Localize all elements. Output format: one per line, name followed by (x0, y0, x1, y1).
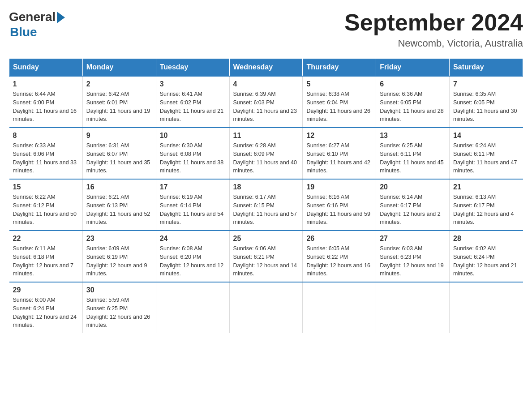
table-row: 12Sunrise: 6:27 AMSunset: 6:10 PMDayligh… (303, 128, 376, 179)
day-number: 5 (306, 80, 372, 88)
logo-arrow-icon (57, 12, 65, 25)
calendar-week-row: 8Sunrise: 6:33 AMSunset: 6:06 PMDaylight… (9, 128, 523, 179)
day-number: 7 (453, 80, 519, 88)
table-row: 4Sunrise: 6:39 AMSunset: 6:03 PMDaylight… (229, 76, 303, 128)
day-info: Sunrise: 6:30 AMSunset: 6:08 PMDaylight:… (160, 141, 226, 175)
header-sunday: Sunday (9, 59, 83, 77)
day-info: Sunrise: 6:28 AMSunset: 6:09 PMDaylight:… (233, 141, 299, 175)
table-row: 19Sunrise: 6:16 AMSunset: 6:16 PMDayligh… (303, 179, 376, 231)
table-row: 15Sunrise: 6:22 AMSunset: 6:12 PMDayligh… (9, 179, 83, 231)
day-number: 17 (160, 183, 226, 191)
day-number: 10 (160, 132, 226, 140)
table-row (376, 282, 450, 333)
day-number: 9 (86, 132, 152, 140)
day-info: Sunrise: 6:13 AMSunset: 6:17 PMDaylight:… (453, 193, 519, 227)
day-number: 24 (160, 235, 226, 243)
day-info: Sunrise: 6:17 AMSunset: 6:15 PMDaylight:… (233, 193, 299, 227)
logo-general-text: General (9, 10, 56, 24)
day-number: 20 (380, 183, 446, 191)
calendar-week-row: 29Sunrise: 6:00 AMSunset: 6:24 PMDayligh… (9, 282, 523, 333)
table-row: 3Sunrise: 6:41 AMSunset: 6:02 PMDaylight… (156, 76, 229, 128)
table-row: 10Sunrise: 6:30 AMSunset: 6:08 PMDayligh… (156, 128, 229, 179)
day-number: 21 (453, 183, 519, 191)
day-number: 1 (13, 80, 79, 88)
day-info: Sunrise: 6:39 AMSunset: 6:03 PMDaylight:… (233, 90, 299, 124)
calendar-week-row: 1Sunrise: 6:44 AMSunset: 6:00 PMDaylight… (9, 76, 523, 128)
table-row: 9Sunrise: 6:31 AMSunset: 6:07 PMDaylight… (82, 128, 156, 179)
table-row: 20Sunrise: 6:14 AMSunset: 6:17 PMDayligh… (376, 179, 450, 231)
day-number: 6 (380, 80, 446, 88)
day-number: 4 (233, 80, 299, 88)
day-number: 25 (233, 235, 299, 243)
day-number: 13 (380, 132, 446, 140)
table-row: 25Sunrise: 6:06 AMSunset: 6:21 PMDayligh… (229, 231, 303, 282)
table-row: 8Sunrise: 6:33 AMSunset: 6:06 PMDaylight… (9, 128, 83, 179)
table-row (450, 282, 523, 333)
day-info: Sunrise: 5:59 AMSunset: 6:25 PMDaylight:… (86, 296, 152, 330)
day-info: Sunrise: 6:33 AMSunset: 6:06 PMDaylight:… (13, 141, 79, 175)
logo: General Blue (9, 9, 65, 39)
day-info: Sunrise: 6:14 AMSunset: 6:17 PMDaylight:… (380, 193, 446, 227)
header-wednesday: Wednesday (229, 59, 303, 77)
day-info: Sunrise: 6:05 AMSunset: 6:22 PMDaylight:… (306, 244, 372, 278)
day-info: Sunrise: 6:25 AMSunset: 6:11 PMDaylight:… (380, 141, 446, 175)
table-row: 13Sunrise: 6:25 AMSunset: 6:11 PMDayligh… (376, 128, 450, 179)
table-row (156, 282, 229, 333)
day-info: Sunrise: 6:09 AMSunset: 6:19 PMDaylight:… (86, 244, 152, 278)
day-info: Sunrise: 6:36 AMSunset: 6:05 PMDaylight:… (380, 90, 446, 124)
month-title: September 2024 (344, 9, 523, 36)
day-info: Sunrise: 6:22 AMSunset: 6:12 PMDaylight:… (13, 193, 79, 227)
day-number: 22 (13, 235, 79, 243)
day-number: 3 (160, 80, 226, 88)
day-info: Sunrise: 6:44 AMSunset: 6:00 PMDaylight:… (13, 90, 79, 124)
header-friday: Friday (376, 59, 450, 77)
day-number: 11 (233, 132, 299, 140)
table-row: 17Sunrise: 6:19 AMSunset: 6:14 PMDayligh… (156, 179, 229, 231)
day-info: Sunrise: 6:03 AMSunset: 6:23 PMDaylight:… (380, 244, 446, 278)
table-row: 21Sunrise: 6:13 AMSunset: 6:17 PMDayligh… (450, 179, 523, 231)
day-number: 18 (233, 183, 299, 191)
table-row (303, 282, 376, 333)
day-number: 8 (13, 132, 79, 140)
header-saturday: Saturday (450, 59, 523, 77)
table-row: 5Sunrise: 6:38 AMSunset: 6:04 PMDaylight… (303, 76, 376, 128)
day-number: 28 (453, 235, 519, 243)
day-number: 23 (86, 235, 152, 243)
calendar-week-row: 22Sunrise: 6:11 AMSunset: 6:18 PMDayligh… (9, 231, 523, 282)
day-number: 14 (453, 132, 519, 140)
day-info: Sunrise: 6:02 AMSunset: 6:24 PMDaylight:… (453, 244, 519, 278)
day-info: Sunrise: 6:16 AMSunset: 6:16 PMDaylight:… (306, 193, 372, 227)
location-text: Newcomb, Victoria, Australia (344, 38, 523, 49)
day-number: 12 (306, 132, 372, 140)
page-header: General Blue September 2024 Newcomb, Vic… (9, 9, 523, 49)
table-row: 24Sunrise: 6:08 AMSunset: 6:20 PMDayligh… (156, 231, 229, 282)
table-row: 1Sunrise: 6:44 AMSunset: 6:00 PMDaylight… (9, 76, 83, 128)
table-row: 27Sunrise: 6:03 AMSunset: 6:23 PMDayligh… (376, 231, 450, 282)
day-number: 16 (86, 183, 152, 191)
table-row: 30Sunrise: 5:59 AMSunset: 6:25 PMDayligh… (82, 282, 156, 333)
table-row: 23Sunrise: 6:09 AMSunset: 6:19 PMDayligh… (82, 231, 156, 282)
calendar-header-row: Sunday Monday Tuesday Wednesday Thursday… (9, 59, 523, 77)
calendar-table: Sunday Monday Tuesday Wednesday Thursday… (9, 58, 523, 333)
day-info: Sunrise: 6:00 AMSunset: 6:24 PMDaylight:… (13, 296, 79, 330)
table-row: 18Sunrise: 6:17 AMSunset: 6:15 PMDayligh… (229, 179, 303, 231)
day-number: 30 (86, 286, 152, 294)
day-info: Sunrise: 6:31 AMSunset: 6:07 PMDaylight:… (86, 141, 152, 175)
table-row: 29Sunrise: 6:00 AMSunset: 6:24 PMDayligh… (9, 282, 83, 333)
table-row (229, 282, 303, 333)
logo-blue-text: Blue (10, 25, 37, 39)
table-row: 6Sunrise: 6:36 AMSunset: 6:05 PMDaylight… (376, 76, 450, 128)
day-number: 27 (380, 235, 446, 243)
table-row: 22Sunrise: 6:11 AMSunset: 6:18 PMDayligh… (9, 231, 83, 282)
day-info: Sunrise: 6:42 AMSunset: 6:01 PMDaylight:… (86, 90, 152, 124)
table-row: 14Sunrise: 6:24 AMSunset: 6:11 PMDayligh… (450, 128, 523, 179)
day-number: 15 (13, 183, 79, 191)
table-row: 2Sunrise: 6:42 AMSunset: 6:01 PMDaylight… (82, 76, 156, 128)
svg-marker-0 (57, 12, 65, 23)
day-info: Sunrise: 6:35 AMSunset: 6:05 PMDaylight:… (453, 90, 519, 124)
title-block: September 2024 Newcomb, Victoria, Austra… (344, 9, 523, 49)
day-number: 19 (306, 183, 372, 191)
calendar-week-row: 15Sunrise: 6:22 AMSunset: 6:12 PMDayligh… (9, 179, 523, 231)
day-number: 2 (86, 80, 152, 88)
header-tuesday: Tuesday (156, 59, 229, 77)
